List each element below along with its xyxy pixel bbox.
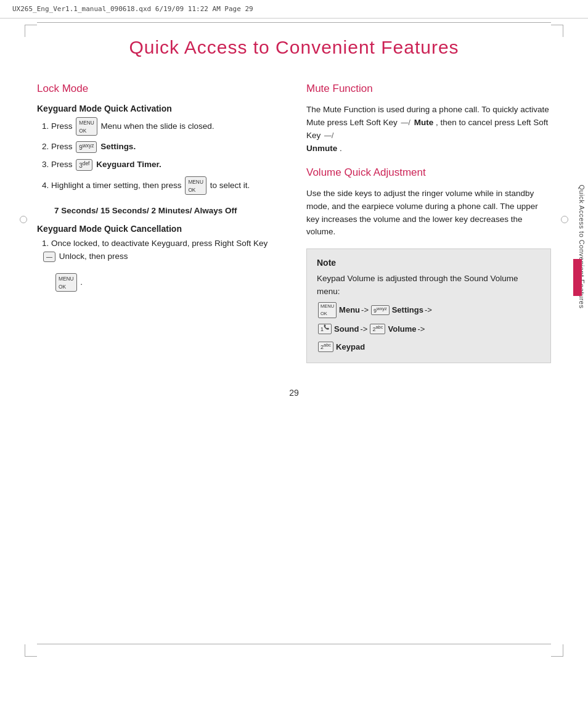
- note-volume-key: 2abc: [370, 324, 385, 334]
- timer-options: 7 Seconds/ 15 Seconds/ 2 Minutes/ Always…: [54, 205, 282, 218]
- page-title: Quick Access to Convenient Features: [37, 37, 551, 58]
- step-1-text: Press: [51, 121, 75, 131]
- step-4: 4. Highlight a timer setting, then press…: [37, 176, 282, 195]
- note-title: Note: [317, 258, 541, 268]
- header-bar: UX265_Eng_Ver1.1_manual_090618.qxd 6/19/…: [0, 0, 588, 18]
- step-1-text2: Menu when the slide is closed.: [101, 121, 214, 131]
- cancel-step-cont: MENUOK .: [54, 273, 282, 292]
- step-1-num: 1.: [42, 121, 51, 131]
- step-3-num: 3.: [42, 160, 51, 169]
- lock-mode-title: Lock Mode: [37, 83, 282, 95]
- cancel-step-1: 1. Once locked, to deactivate Keyguard, …: [37, 237, 282, 263]
- step-2-text: Press: [51, 142, 75, 151]
- step-4-text: Highlight a timer setting, then press: [51, 180, 184, 189]
- note-menu-line-1: MENUOK Menu -> 9wxyz Settings ->: [317, 302, 541, 318]
- volume-section-title: Volume Quick Adjustment: [306, 166, 551, 179]
- volume-paragraph: Use the side keys to adjust the ringer v…: [306, 187, 551, 239]
- volume-body: Use the side keys to adjust the ringer v…: [306, 187, 551, 239]
- note-menu-arrow: ->: [361, 303, 369, 317]
- note-settings-arrow: ->: [425, 303, 432, 317]
- cancel-step-text: 1. Once locked, to deactivate Keyguard, …: [42, 239, 267, 248]
- step-2-key: 9wxyz: [76, 141, 97, 153]
- mute-period: .: [340, 144, 342, 153]
- step-3-text: Press: [51, 160, 75, 169]
- bottom-border-line: [37, 644, 551, 644]
- note-volume-label: Volume: [388, 322, 416, 336]
- note-keypad-key: 2abc: [318, 342, 333, 352]
- note-sound-arrow: ->: [360, 322, 367, 336]
- unmute-softkey-icon: —/: [324, 130, 333, 142]
- mute-softkey-icon: —/: [401, 117, 410, 129]
- content-area: Quick Access to Convenient Features Lock…: [0, 18, 588, 435]
- note-sound-key: 1📞: [318, 324, 332, 334]
- note-settings-label: Settings: [392, 303, 423, 317]
- step-1-key: MENUOK: [76, 117, 97, 136]
- note-menu-line-2: 1📞 Sound -> 2abc Volume ->: [317, 322, 541, 336]
- note-sound-label: Sound: [334, 322, 359, 336]
- two-col-layout: Lock Mode Keyguard Mode Quick Activation…: [37, 83, 551, 363]
- right-column: Mute Function The Mute Function is used …: [306, 83, 551, 363]
- note-menu-key: MENUOK: [318, 302, 337, 318]
- cancellation-heading: Keyguard Mode Quick Cancellation: [37, 224, 282, 234]
- mute-function-title: Mute Function: [306, 83, 551, 95]
- note-menu-label: Menu: [339, 303, 360, 317]
- reg-mark-bottom-right: [551, 644, 563, 657]
- left-column: Lock Mode Keyguard Mode Quick Activation…: [37, 83, 282, 298]
- step-4-num: 4.: [42, 180, 51, 189]
- cancel-period: .: [80, 277, 83, 286]
- step-2-text2: Settings.: [100, 142, 136, 151]
- unmute-bold-label: Unmute: [306, 144, 337, 153]
- note-body-text: Keypad Volume is adjusted through the So…: [317, 273, 541, 298]
- note-volume-arrow: ->: [417, 322, 425, 336]
- mute-body: The Mute Function is used during a phone…: [306, 104, 551, 155]
- cancellation-steps-list: 1. Once locked, to deactivate Keyguard, …: [37, 237, 282, 263]
- page-number: 29: [37, 388, 551, 398]
- cancel-step-text2: Unlock, then press: [59, 252, 128, 261]
- note-settings-key: 9wxyz: [371, 305, 390, 316]
- page-number-value: 29: [289, 388, 299, 398]
- step-2-num: 2.: [42, 142, 51, 151]
- cancel-menu-key: MENUOK: [55, 273, 77, 292]
- step-4-key: MENUOK: [185, 176, 206, 195]
- page-container: UX265_Eng_Ver1.1_manual_090618.qxd 6/19/…: [0, 0, 588, 706]
- step-1: 1. Press MENUOK Menu when the slide is c…: [37, 117, 282, 136]
- mute-bold-label: Mute: [414, 118, 434, 127]
- activation-heading: Keyguard Mode Quick Activation: [37, 104, 282, 113]
- step-2: 2. Press 9wxyz Settings.: [37, 141, 282, 154]
- note-box: Note Keypad Volume is adjusted through t…: [306, 248, 551, 363]
- step-3-key: 3def: [76, 159, 92, 171]
- reg-mark-bottom-left: [25, 644, 37, 657]
- activation-steps-list: 1. Press MENUOK Menu when the slide is c…: [37, 117, 282, 195]
- step-4-text2: to select it.: [210, 180, 250, 189]
- timer-options-text: 7 Seconds/ 15 Seconds/ 2 Minutes/ Always…: [54, 206, 237, 215]
- step-3: 3. Press 3def Keyguard Timer.: [37, 158, 282, 171]
- cancel-unlock-key: —: [43, 252, 55, 262]
- note-menu-line-3: 2abc Keypad: [317, 340, 541, 354]
- file-info: UX265_Eng_Ver1.1_manual_090618.qxd 6/19/…: [12, 5, 253, 13]
- mute-paragraph: The Mute Function is used during a phone…: [306, 104, 551, 155]
- note-keypad-label: Keypad: [336, 340, 365, 354]
- step-3-text2: Keyguard Timer.: [96, 160, 161, 169]
